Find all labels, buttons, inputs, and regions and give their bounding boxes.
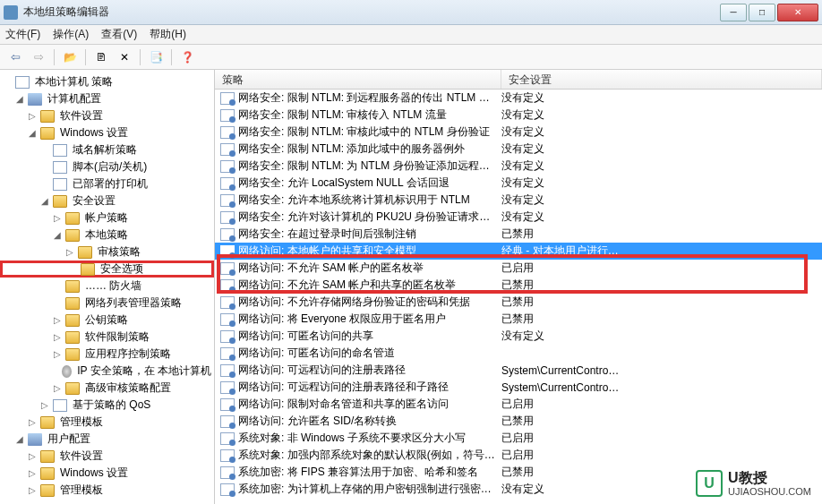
column-header-setting[interactable]: 安全设置 (501, 70, 822, 89)
tree-item-label: 域名解析策略 (70, 141, 140, 158)
tree-item[interactable]: ▷基于策略的 QoS (0, 397, 214, 414)
policy-value: 没有定义 (501, 329, 822, 344)
menu-view[interactable]: 查看(V) (101, 27, 137, 42)
tree-item-label: Windows 设置 (57, 124, 131, 141)
menu-help[interactable]: 帮助(H) (150, 27, 186, 42)
filter-button[interactable]: ✕ (115, 47, 134, 67)
list-row[interactable]: 网络安全: 限制 NTLM: 审核传入 NTLM 流量没有定义 (215, 107, 822, 124)
list-row[interactable]: 网络安全: 允许本地系统将计算机标识用于 NTLM没有定义 (215, 192, 822, 209)
tree-item[interactable]: ▷管理模板 (0, 482, 214, 499)
folder-icon (40, 416, 55, 429)
app-icon (4, 5, 18, 20)
tree-item[interactable]: 本地计算机 策略 (0, 73, 214, 90)
expand-icon[interactable]: ▷ (52, 315, 63, 325)
tree-item[interactable]: 域名解析策略 (0, 141, 214, 158)
gear-icon (62, 365, 72, 378)
list-row[interactable]: 网络安全: 允许对该计算机的 PKU2U 身份验证请求使用联…没有定义 (215, 209, 822, 226)
list-row[interactable]: 网络访问: 不允许 SAM 帐户和共享的匿名枚举已禁用 (215, 277, 822, 294)
list-row[interactable]: 网络安全: 在超过登录时间后强制注销已禁用 (215, 226, 822, 243)
list-row[interactable]: 网络访问: 允许匿名 SID/名称转换已禁用 (215, 413, 822, 430)
expand-icon[interactable]: ◢ (14, 434, 25, 444)
list-row[interactable]: 网络访问: 不允许存储网络身份验证的密码和凭据已禁用 (215, 294, 822, 311)
list-row[interactable]: 网络安全: 限制 NTLM: 添加此域中的服务器例外没有定义 (215, 141, 822, 158)
column-header-policy[interactable]: 策略 (215, 70, 501, 89)
tree-item-label: Windows 设置 (57, 465, 131, 482)
list-row[interactable]: 系统对象: 非 Windows 子系统不要求区分大小写已启用 (215, 430, 822, 447)
expand-icon[interactable]: ▷ (64, 247, 75, 257)
expand-icon[interactable]: ▷ (27, 111, 38, 121)
tree-item[interactable]: ▷管理模板 (0, 414, 214, 431)
back-button[interactable]: ⇦ (5, 47, 25, 67)
tree-item[interactable]: 安全选项 (0, 261, 214, 278)
tree-item[interactable]: 网络列表管理器策略 (0, 295, 214, 312)
tree-item[interactable]: ▷高级审核策略配置 (0, 380, 214, 397)
list-row[interactable]: 网络访问: 将 Everyone 权限应用于匿名用户已禁用 (215, 311, 822, 328)
list-pane[interactable]: 策略 安全设置 网络安全: 限制 NTLM: 到远程服务器的传出 NTLM 流量… (215, 70, 822, 504)
menu-action[interactable]: 操作(A) (53, 27, 89, 42)
tree-item[interactable]: ▷应用程序控制策略 (0, 346, 214, 363)
expand-icon[interactable]: ▷ (39, 400, 50, 410)
list-row[interactable]: 网络访问: 限制对命名管道和共享的匿名访问已启用 (215, 396, 822, 413)
policy-name: 系统对象: 非 Windows 子系统不要求区分大小写 (238, 431, 501, 446)
up-button[interactable]: 📂 (60, 47, 80, 67)
list-row[interactable]: 网络访问: 可远程访问的注册表路径System\CurrentContro… (215, 362, 822, 379)
expand-icon[interactable]: ▷ (27, 468, 38, 478)
tree-item-label: 脚本(启动/关机) (70, 158, 150, 175)
expand-icon[interactable]: ▷ (52, 213, 63, 223)
close-button[interactable]: ✕ (777, 4, 818, 21)
policy-icon (220, 330, 235, 343)
list-row[interactable]: 网络安全: 限制 NTLM: 到远程服务器的传出 NTLM 流量没有定义 (215, 90, 822, 107)
tree-item[interactable]: ▷帐户策略 (0, 209, 214, 226)
tree-item[interactable]: …… 防火墙 (0, 278, 214, 295)
tree-item-label: 已部署的打印机 (70, 175, 150, 192)
maximize-button[interactable]: □ (749, 4, 775, 21)
help-button[interactable]: ❓ (177, 47, 197, 67)
expand-icon[interactable]: ◢ (14, 94, 25, 104)
refresh-button[interactable]: 📑 (146, 47, 166, 67)
expand-icon[interactable]: ◢ (52, 230, 63, 240)
menu-file[interactable]: 文件(F) (5, 27, 40, 42)
list-row[interactable]: 网络安全: 允许 LocalSystem NULL 会话回退没有定义 (215, 175, 822, 192)
list-row[interactable]: 网络访问: 本地帐户的共享和安全模型经典 - 对本地用户进行… (215, 243, 822, 260)
expand-icon[interactable]: ▷ (27, 451, 38, 461)
tree-item[interactable]: ▷软件设置 (0, 448, 214, 465)
tree-item[interactable]: IP 安全策略，在 本地计算机 (0, 363, 214, 380)
list-row[interactable]: 网络访问: 不允许 SAM 帐户的匿名枚举已启用 (215, 260, 822, 277)
list-row[interactable]: 网络访问: 可匿名访问的命名管道 (215, 345, 822, 362)
list-row[interactable]: 网络访问: 可匿名访问的共享没有定义 (215, 328, 822, 345)
policy-value: 没有定义 (501, 124, 822, 140)
tree-item[interactable]: ◢安全设置 (0, 192, 214, 209)
tree-item[interactable]: ◢计算机配置 (0, 90, 214, 107)
tree-item[interactable]: ▷软件限制策略 (0, 329, 214, 346)
list-row[interactable]: 系统对象: 加强内部系统对象的默认权限(例如，符号链接)已启用 (215, 447, 822, 464)
expand-icon[interactable]: ▷ (52, 332, 63, 342)
tree-item[interactable]: ◢本地策略 (0, 226, 214, 243)
tree-item[interactable]: ▷公钥策略 (0, 312, 214, 329)
page-icon (53, 161, 67, 174)
tree-item[interactable]: ◢用户配置 (0, 431, 214, 448)
expand-icon[interactable]: ◢ (39, 196, 50, 206)
tree-pane[interactable]: 本地计算机 策略◢计算机配置▷软件设置◢Windows 设置域名解析策略脚本(启… (0, 70, 215, 504)
policy-icon (220, 245, 235, 258)
tree-item[interactable]: ▷软件设置 (0, 107, 214, 124)
list-row[interactable]: 网络安全: 限制 NTLM: 为 NTLM 身份验证添加远程服务器…没有定义 (215, 158, 822, 175)
expand-icon[interactable]: ▷ (27, 485, 38, 495)
minimize-button[interactable]: ─ (720, 4, 747, 21)
expand-icon[interactable]: ◢ (27, 128, 38, 138)
list-row[interactable]: 网络访问: 可远程访问的注册表路径和子路径System\CurrentContr… (215, 379, 822, 396)
policy-value: 已禁用 (501, 295, 822, 310)
tree-item[interactable]: ◢Windows 设置 (0, 124, 214, 141)
tree-item[interactable]: ▷审核策略 (0, 243, 214, 261)
policy-value: System\CurrentContro… (501, 364, 822, 377)
list-row[interactable]: 网络安全: 限制 NTLM: 审核此域中的 NTLM 身份验证没有定义 (215, 124, 822, 141)
tree-item[interactable]: 已部署的打印机 (0, 175, 214, 192)
tree-item[interactable]: 脚本(启动/关机) (0, 158, 214, 175)
expand-icon[interactable]: ▷ (52, 349, 63, 359)
tree-item-label: 计算机配置 (45, 90, 104, 107)
export-button[interactable]: 🖹 (91, 47, 111, 67)
expand-icon[interactable]: ▷ (52, 383, 63, 393)
tree-item[interactable]: ▷Windows 设置 (0, 465, 214, 482)
help-icon: ❓ (181, 51, 194, 64)
expand-icon[interactable]: ▷ (27, 417, 38, 427)
computer-icon (28, 93, 42, 106)
